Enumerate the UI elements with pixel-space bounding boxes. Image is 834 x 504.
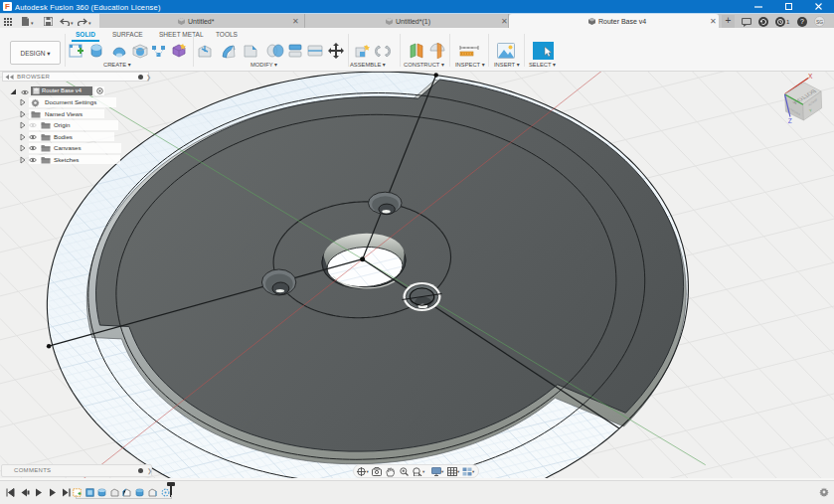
svg-text:X: X (808, 73, 813, 80)
svg-text:Z: Z (788, 117, 792, 124)
